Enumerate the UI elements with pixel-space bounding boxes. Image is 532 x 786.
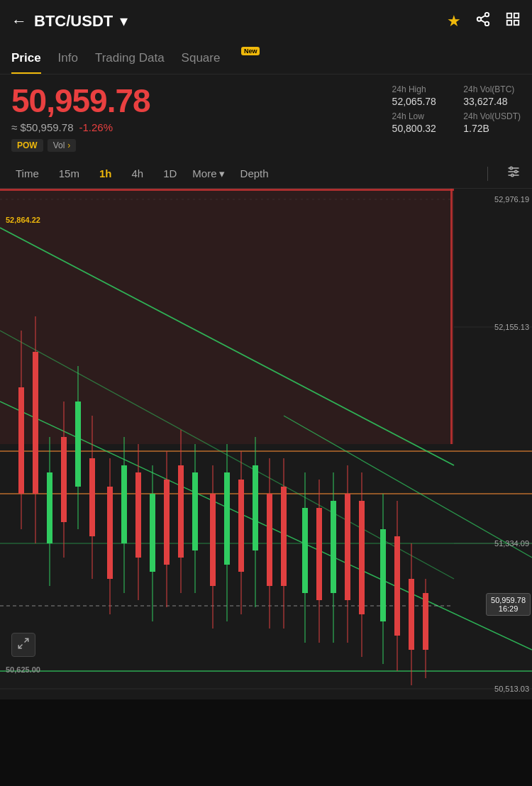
depth-button[interactable]: Depth [236,165,273,182]
svg-rect-43 [121,465,127,543]
tab-price-label: Price [11,51,41,65]
pair-title: BTC/USDT [34,12,113,31]
svg-rect-37 [75,402,81,487]
high-label: 24h High [392,84,450,94]
svg-rect-63 [267,494,272,586]
stat-vol-usdt: 24h Vol(USDT) 1.72B [463,111,521,134]
current-price: 50,959.78 [11,84,392,117]
svg-rect-7 [507,21,511,25]
header-icons: ★ [447,11,521,31]
vol-label: Vol [53,140,65,150]
toolbar-separator [487,167,488,181]
price-section: 50,959.78 ≈ $50,959.78 -1.26% POW Vol › … [0,74,532,159]
vol-usdt-label: 24h Vol(USDT) [463,111,521,121]
chart-area[interactable]: ✦ BINANCE [0,189,532,699]
svg-rect-31 [33,352,38,494]
back-icon: ← [11,12,27,31]
tab-square-label: Square [182,51,221,65]
settings-icon [506,167,521,182]
pow-tag[interactable]: POW [11,139,43,152]
chart-toolbar: Time 15m 1h 4h 1D More ▾ Depth [0,159,532,189]
price-approx-row: ≈ $50,959.78 -1.26% [11,121,392,133]
vol-tag[interactable]: Vol › [48,139,77,152]
svg-rect-55 [210,494,216,586]
price-change: -1.26% [79,121,113,133]
pair-dropdown-button[interactable]: ▾ [120,12,128,31]
low-value: 50,800.32 [392,123,450,134]
vol-btc-value: 33,627.48 [463,96,521,107]
high-value: 52,065.78 [392,96,450,107]
tab-price[interactable]: Price [11,43,41,74]
svg-rect-57 [224,472,230,565]
svg-rect-61 [253,465,258,550]
back-button[interactable]: ← [11,12,27,31]
grid-button[interactable] [505,11,521,31]
stat-24h-low: 24h Low 50,800.32 [392,111,450,134]
fullscreen-button[interactable] [11,633,35,657]
price-main: 50,959.78 ≈ $50,959.78 -1.26% POW Vol › [11,84,392,152]
tab-trading-data[interactable]: Trading Data [95,43,165,74]
grid-icon [505,11,521,31]
stat-vol-btc: 24h Vol(BTC) 33,627.48 [463,84,521,107]
header-left: ← BTC/USDT ▾ [11,12,128,31]
header: ← BTC/USDT ▾ ★ [0,0,532,43]
chart-settings-button[interactable] [506,165,521,182]
svg-rect-49 [164,480,170,565]
svg-line-3 [481,20,485,23]
current-price-box-value: 50,959.78 [491,596,526,604]
chart-svg [0,189,532,699]
svg-line-88 [25,638,28,642]
price-level-52976: 52,976.19 [492,195,532,204]
svg-rect-83 [423,593,428,650]
chevron-down-icon: ▾ [219,167,225,180]
svg-rect-73 [345,494,350,600]
price-stats: 24h High 52,065.78 24h Vol(BTC) 33,627.4… [392,84,521,134]
interval-4h[interactable]: 4h [127,165,148,182]
current-price-box: 50,959.78 16:29 [486,593,531,616]
svg-point-13 [515,170,517,172]
vol-usdt-value: 1.72B [463,123,521,134]
svg-rect-17 [0,189,454,191]
interval-15m[interactable]: 15m [55,165,84,182]
svg-rect-79 [394,536,400,636]
tab-info[interactable]: Info [58,43,78,74]
interval-1h[interactable]: 1h [95,165,116,182]
svg-line-4 [481,16,485,18]
tab-square[interactable]: Square New [182,43,242,74]
share-button[interactable] [475,11,491,31]
svg-rect-18 [450,189,453,444]
price-level-50625: 50,625.00 [6,665,40,674]
svg-rect-81 [409,579,414,650]
svg-rect-45 [135,472,141,558]
svg-rect-33 [47,472,52,543]
svg-rect-41 [107,487,113,579]
interval-1d[interactable]: 1D [159,165,181,182]
svg-rect-47 [150,494,155,572]
svg-rect-69 [316,508,322,600]
vol-btc-label: 24h Vol(BTC) [463,84,521,94]
svg-rect-29 [18,387,24,494]
svg-rect-65 [281,487,287,586]
approx-value: ≈ $50,959.78 [11,121,73,133]
vol-chevron-icon: › [67,140,70,150]
low-label: 24h Low [392,111,450,121]
tab-trading-data-label: Trading Data [95,51,165,65]
svg-line-89 [18,645,22,648]
price-level-50513: 50,513.03 [492,685,532,693]
svg-point-14 [511,174,514,176]
price-level-52864: 52,864.22 [6,216,40,224]
tabs-bar: Price Info Trading Data Square New [0,43,532,74]
fullscreen-icon [17,637,30,653]
current-price-box-time: 16:29 [491,604,526,613]
svg-point-12 [510,167,512,169]
more-dropdown[interactable]: More ▾ [192,167,224,180]
more-label: More [192,167,216,179]
svg-rect-77 [380,529,386,621]
price-level-52155: 52,155.13 [492,323,532,331]
time-button[interactable]: Time [11,165,43,182]
share-icon [475,11,491,31]
svg-rect-71 [331,501,336,593]
svg-rect-75 [359,501,365,614]
svg-rect-35 [61,437,67,522]
favorite-button[interactable]: ★ [447,12,461,31]
